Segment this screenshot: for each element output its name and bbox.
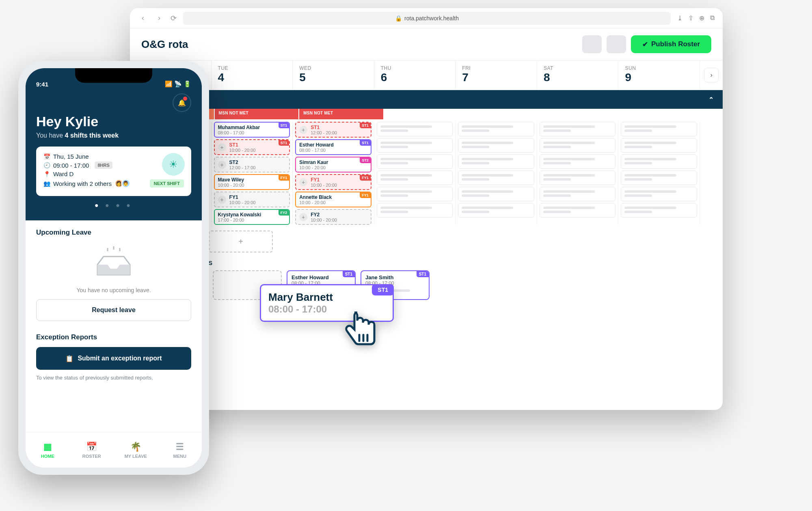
download-icon[interactable]: ⤓ xyxy=(677,14,682,22)
assigned-shift[interactable]: Annette Black10:00 - 20:00FY1 xyxy=(295,192,371,207)
empty-shift-placeholder[interactable] xyxy=(621,154,697,169)
day-header[interactable]: THU6 xyxy=(374,60,456,90)
empty-shift-placeholder[interactable] xyxy=(540,122,616,136)
empty-shift-placeholder[interactable] xyxy=(540,170,616,185)
phone-mockup: 9:41 📶 📡 🔋 🔔 Hey Kylie You have 4 shifts… xyxy=(18,61,209,475)
tab-home[interactable]: ▦ HOME xyxy=(26,432,70,468)
day-header[interactable]: WED5 xyxy=(293,60,374,90)
calendar-icon: 📅 xyxy=(86,442,97,452)
phone-header: 9:41 📶 📡 🔋 🔔 Hey Kylie You have 4 shifts… xyxy=(26,68,202,220)
unfilled-shift[interactable]: +ST110:00 - 20:00ST1 xyxy=(214,139,290,155)
home-icon: ▦ xyxy=(43,442,52,452)
roster-day-column: Muhammad Akbar08:00 - 17:00ST1+ST110:00 … xyxy=(212,122,293,225)
add-icon: + xyxy=(299,178,307,186)
page-header: O&G rota ✔ Publish Roster xyxy=(130,28,723,60)
page-title: O&G rota xyxy=(141,38,188,51)
unfilled-shift[interactable]: +FY110:00 - 20:00 xyxy=(214,192,290,207)
hours-pill: 8HRS xyxy=(95,162,112,169)
roster-day-column: +ST112:00 - 20:00ST1Esther Howard08:00 -… xyxy=(293,122,374,225)
check-circle-icon: ✔ xyxy=(642,40,648,49)
day-header[interactable]: TUE4 xyxy=(212,60,293,90)
header-placeholder-2[interactable] xyxy=(607,35,626,53)
assigned-shift[interactable]: Muhammad Akbar08:00 - 17:00ST1 xyxy=(214,122,290,138)
empty-inbox-icon xyxy=(36,242,191,283)
exception-help-text: To view the status of previously submitt… xyxy=(36,375,191,381)
available-workers-row: ST1Muhammad Akbar08:00 - 17:00ST1Esther … xyxy=(130,270,723,300)
nav-back-icon[interactable]: ‹ xyxy=(138,13,148,23)
empty-shift-placeholder[interactable] xyxy=(377,122,453,136)
chevron-up-icon[interactable]: ⌃ xyxy=(708,96,714,103)
empty-shift-placeholder[interactable] xyxy=(377,187,453,201)
msn-status-row: MSN ABOVE IDEALMSN NOT METMSN NOT MET xyxy=(130,109,723,119)
add-icon: + xyxy=(218,161,226,169)
empty-shift-placeholder[interactable] xyxy=(540,203,616,218)
phone-screen: 9:41 📶 📡 🔋 🔔 Hey Kylie You have 4 shifts… xyxy=(26,68,202,468)
tab-menu[interactable]: ☰ MENU xyxy=(158,432,202,468)
empty-shift-placeholder[interactable] xyxy=(621,187,697,201)
tab-leave[interactable]: 🌴 MY LEAVE xyxy=(114,432,158,468)
header-placeholder-1[interactable] xyxy=(582,35,602,53)
assigned-shift[interactable]: Esther Howard08:00 - 17:00ST1 xyxy=(295,139,371,155)
msn-status-cell xyxy=(469,109,553,119)
people-icon: 👥 xyxy=(43,180,50,187)
unfilled-shift[interactable]: +FY210:00 - 20:00 xyxy=(295,209,371,225)
tab-roster[interactable]: 📅 ROSTER xyxy=(70,432,114,468)
status-indicators: 📶 📡 🔋 xyxy=(165,80,191,88)
carousel-dots[interactable]: ● ● ● ● xyxy=(36,202,191,209)
submit-exception-button[interactable]: 📋 Submit an exception report xyxy=(36,347,191,370)
empty-shift-placeholder[interactable] xyxy=(621,203,697,218)
empty-shift-placeholder[interactable] xyxy=(458,187,534,201)
day-header[interactable]: SAT8 xyxy=(537,60,619,90)
empty-shift-placeholder[interactable] xyxy=(540,187,616,201)
share-icon[interactable]: ⇪ xyxy=(688,14,693,22)
clock-icon: 🕘 xyxy=(43,162,50,168)
browser-window: ‹ › ⟳ 🔒 rota.patchwork.health ⤓ ⇪ ⊕ ⧉ O&… xyxy=(130,8,723,410)
next-shift-card[interactable]: ☀ 📅Thu, 15 June 🕘09:00 - 17:008HRS 📍Ward… xyxy=(36,147,191,196)
unfilled-shift[interactable]: +ST112:00 - 20:00ST1 xyxy=(295,122,371,138)
msn-status-cell: MSN NOT MET xyxy=(299,109,384,119)
assigned-shift[interactable]: Krystyna Kowalski17:00 - 20:00FY2 xyxy=(214,209,290,225)
menu-icon: ☰ xyxy=(176,442,184,452)
greeting-text: Hey Kylie xyxy=(36,114,191,129)
assigned-shift[interactable]: Simran Kaur10:00 - 20:00ST2 xyxy=(295,157,371,172)
next-shift-badge: NEXT SHIFT xyxy=(150,179,184,188)
reload-icon[interactable]: ⟳ xyxy=(171,14,177,23)
available-workers-title: 4 AVAILABLE WORKERS xyxy=(130,252,723,270)
empty-shift-placeholder[interactable] xyxy=(458,154,534,169)
tabs-icon[interactable]: ⧉ xyxy=(710,14,715,22)
header-actions: ✔ Publish Roster xyxy=(582,35,711,53)
empty-shift-placeholder[interactable] xyxy=(458,138,534,153)
empty-shift-placeholder[interactable] xyxy=(621,170,697,185)
location-banner[interactable]: 📍 General Hospital ⌃ xyxy=(130,90,723,109)
unfilled-shift[interactable]: +FY110:00 - 20:00FY1 xyxy=(295,174,371,190)
empty-shift-placeholder[interactable] xyxy=(377,170,453,185)
msn-status-cell xyxy=(384,109,469,119)
empty-shift-placeholder[interactable] xyxy=(621,138,697,153)
empty-shift-placeholder[interactable] xyxy=(377,138,453,153)
empty-shift-placeholder[interactable] xyxy=(540,154,616,169)
coworker-avatars: 👩👨 xyxy=(117,179,130,188)
empty-shift-placeholder[interactable] xyxy=(458,170,534,185)
exception-section: Exception Reports 📋 Submit an exception … xyxy=(26,329,202,389)
empty-shift-placeholder[interactable] xyxy=(458,203,534,218)
unfilled-shift[interactable]: +ST212:00 - 17:00 xyxy=(214,157,290,172)
nav-forward-icon[interactable]: › xyxy=(154,13,164,23)
empty-shift-placeholder[interactable] xyxy=(458,122,534,136)
next-week-button[interactable]: › xyxy=(704,68,719,82)
leave-section: Upcoming Leave You have no upcoming leav… xyxy=(26,220,202,329)
notifications-button[interactable]: 🔔 xyxy=(173,93,191,112)
request-leave-button[interactable]: Request leave xyxy=(36,299,191,321)
empty-shift-placeholder[interactable] xyxy=(540,138,616,153)
day-header[interactable]: SUN9 xyxy=(618,60,700,90)
assigned-shift[interactable]: Mave Wiley10:00 - 20:00FY1 xyxy=(214,174,290,190)
empty-shift-placeholder[interactable] xyxy=(621,122,697,136)
week-row: MON3TUE4WED5THU6FRI7SAT8SUN9› xyxy=(130,60,723,90)
day-header[interactable]: FRI7 xyxy=(456,60,537,90)
add-shift-slot[interactable]: + xyxy=(209,231,273,252)
empty-shift-placeholder[interactable] xyxy=(377,154,453,169)
publish-roster-button[interactable]: ✔ Publish Roster xyxy=(631,35,711,53)
no-leave-text: You have no upcoming leave. xyxy=(36,287,191,293)
url-bar[interactable]: 🔒 rota.patchwork.health xyxy=(183,12,671,25)
new-tab-icon[interactable]: ⊕ xyxy=(699,14,704,22)
empty-shift-placeholder[interactable] xyxy=(377,203,453,218)
